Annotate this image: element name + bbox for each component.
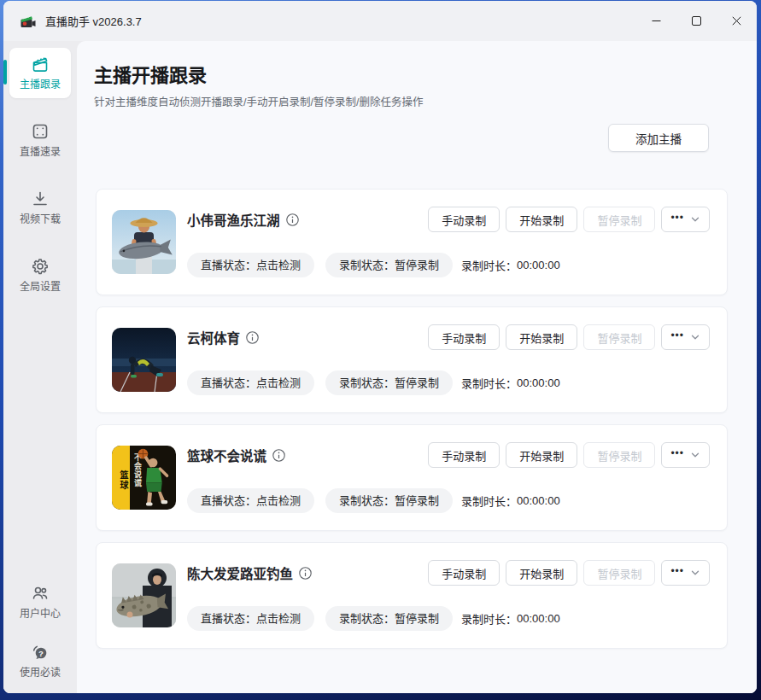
live-status-badge[interactable]: 直播状态：点击检测 [187, 370, 314, 395]
main-content: 主播开播跟录 针对主播维度自动侦测开播跟录/手动开启录制/暂停录制/删除任务操作… [77, 41, 757, 693]
record-status-badge: 录制状态：暂停录制 [325, 488, 453, 513]
streamer-name: 篮球不会说谎 [187, 446, 266, 464]
sidebar-item-help[interactable]: ? 使用必读 [9, 636, 71, 686]
record-status-badge: 录制状态：暂停录制 [325, 606, 453, 631]
record-duration: 录制时长：00:00:00 [461, 610, 560, 627]
manual-record-button[interactable]: 手动录制 [428, 207, 500, 232]
chevron-down-icon [690, 214, 700, 225]
film-frame-icon [30, 121, 50, 142]
app-title: 直播助手 v2026.3.7 [45, 13, 142, 29]
chevron-down-icon [690, 450, 700, 460]
ellipsis-icon: ••• [670, 330, 684, 341]
streamer-name: 小伟哥渔乐江湖 [187, 210, 280, 229]
streamer-card: 篮球 不会说谎 [96, 424, 728, 531]
duration-label: 录制时长： [461, 493, 517, 509]
duration-value: 00:00:00 [517, 612, 560, 625]
streamer-card: 云柯体育 手动录制 开始录制 暂停录制 ••• [96, 306, 728, 413]
page-title: 主播开播跟录 [94, 63, 757, 89]
gear-icon [30, 256, 50, 277]
sidebar-item-global-settings[interactable]: 全局设置 [9, 250, 71, 300]
sidebar-item-label: 直播速录 [20, 146, 61, 159]
record-duration: 录制时长：00:00:00 [461, 375, 560, 391]
sidebar-item-label: 主播跟录 [20, 79, 61, 91]
sidebar-item-video-download[interactable]: 视频下载 [9, 183, 71, 233]
chevron-down-icon [690, 568, 700, 578]
duration-value: 00:00:00 [517, 494, 560, 507]
info-icon[interactable] [286, 213, 299, 226]
sidebar-item-user-center[interactable]: 用户中心 [9, 577, 71, 627]
pause-record-button[interactable]: 暂停录制 [583, 324, 655, 350]
sidebar-item-label: 视频下载 [20, 213, 61, 226]
app-window: 直播助手 v2026.3.7 [3, 1, 757, 693]
toolbar: 添加主播 [94, 124, 757, 152]
live-status-badge[interactable]: 直播状态：点击检测 [187, 488, 314, 513]
avatar-art: 不会说谎 [130, 446, 176, 510]
minimize-button[interactable] [636, 1, 676, 41]
streamer-avatar-angler [112, 563, 176, 627]
start-record-button[interactable]: 开始录制 [506, 442, 577, 468]
start-record-button[interactable]: 开始录制 [506, 560, 577, 586]
pause-record-button[interactable]: 暂停录制 [583, 560, 655, 586]
pause-record-button[interactable]: 暂停录制 [583, 442, 655, 468]
ellipsis-icon: ••• [670, 566, 684, 576]
streamer-name: 陈大发爱路亚钓鱼 [187, 563, 293, 582]
main-row: 主播跟录 直播速录 [3, 41, 757, 693]
info-icon[interactable] [299, 567, 312, 580]
live-status-badge[interactable]: 直播状态：点击检测 [187, 606, 314, 631]
streamer-list: 小伟哥渔乐江湖 手动录制 开始录制 暂停录制 ••• [94, 189, 757, 649]
info-icon[interactable] [272, 449, 285, 462]
streamer-avatar-basketball: 篮球 不会说谎 [112, 446, 176, 510]
more-options-button[interactable]: ••• [661, 560, 710, 586]
pause-record-button[interactable]: 暂停录制 [583, 207, 655, 232]
start-record-button[interactable]: 开始录制 [506, 324, 577, 350]
active-indicator [3, 60, 7, 85]
manual-record-button[interactable]: 手动录制 [428, 324, 500, 350]
chevron-down-icon [690, 332, 700, 342]
manual-record-button[interactable]: 手动录制 [428, 560, 500, 586]
maximize-button[interactable] [676, 1, 717, 41]
duration-value: 00:00:00 [517, 259, 560, 271]
basketball-player-art [129, 446, 175, 509]
record-duration: 录制时长：00:00:00 [461, 493, 560, 509]
record-status-badge: 录制状态：暂停录制 [325, 370, 453, 395]
duration-label: 录制时长： [461, 375, 517, 391]
sidebar: 主播跟录 直播速录 [3, 41, 77, 693]
avatar-side-text: 篮球 [112, 446, 130, 510]
sidebar-item-quick-record[interactable]: 直播速录 [9, 115, 71, 166]
more-options-button[interactable]: ••• [661, 442, 710, 468]
help-bubble-icon: ? [30, 642, 50, 662]
streamer-card: 陈大发爱路亚钓鱼 手动录制 开始录制 暂停录制 ••• [96, 542, 728, 649]
record-status-badge: 录制状态：暂停录制 [325, 253, 453, 277]
live-status-badge[interactable]: 直播状态：点击检测 [187, 253, 314, 277]
sidebar-item-label: 全局设置 [20, 281, 61, 294]
page-subtitle: 针对主播维度自动侦测开播跟录/手动开启录制/暂停录制/删除任务操作 [94, 96, 757, 110]
info-icon[interactable] [246, 331, 259, 344]
sidebar-item-label: 用户中心 [20, 608, 61, 621]
clapperboard-icon [30, 54, 50, 74]
duration-value: 00:00:00 [517, 376, 560, 389]
minimize-icon [652, 16, 661, 26]
close-button[interactable] [717, 1, 757, 41]
desktop-background: { "window": { "title": "直播助手 v2026.3.7" … [0, 0, 761, 700]
download-icon [30, 189, 50, 209]
duration-label: 录制时长： [461, 610, 517, 627]
more-options-button[interactable]: ••• [661, 207, 710, 232]
close-icon [732, 16, 741, 26]
streamer-name: 云柯体育 [187, 328, 240, 347]
streamer-avatar-fisherman [112, 210, 176, 274]
titlebar: 直播助手 v2026.3.7 [3, 1, 757, 41]
streamer-avatar-sprinter [112, 328, 176, 392]
svg-text:?: ? [38, 649, 44, 658]
window-controls [636, 1, 757, 41]
more-options-button[interactable]: ••• [661, 324, 710, 350]
app-logo-icon [20, 13, 37, 30]
duration-label: 录制时长： [461, 257, 517, 273]
add-streamer-button[interactable]: 添加主播 [608, 124, 709, 152]
ellipsis-icon: ••• [670, 213, 684, 223]
users-icon [30, 583, 50, 604]
manual-record-button[interactable]: 手动录制 [428, 442, 500, 468]
start-record-button[interactable]: 开始录制 [506, 207, 577, 232]
ellipsis-icon: ••• [670, 448, 684, 458]
sidebar-item-streamer-record[interactable]: 主播跟录 [9, 48, 71, 98]
sidebar-item-label: 使用必读 [20, 667, 61, 680]
